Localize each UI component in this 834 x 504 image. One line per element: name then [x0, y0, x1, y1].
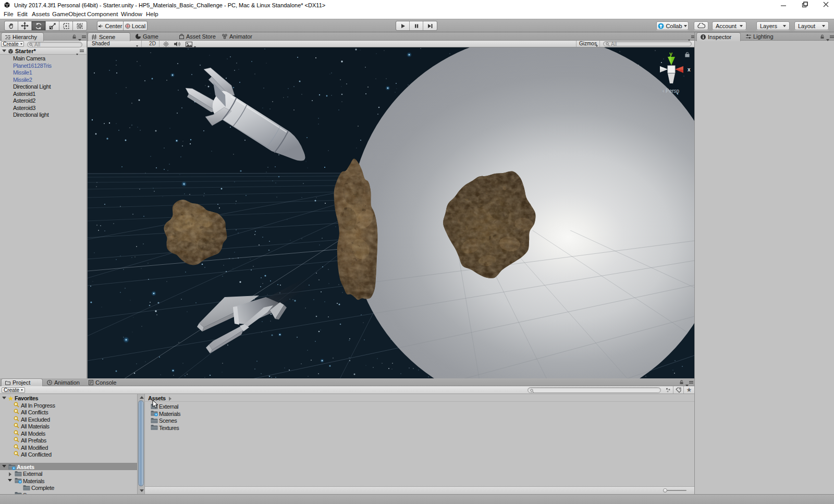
svg-text:‹ Persp: ‹ Persp — [663, 88, 680, 94]
svg-text:y: y — [669, 51, 673, 57]
svg-text:x: x — [688, 67, 691, 72]
